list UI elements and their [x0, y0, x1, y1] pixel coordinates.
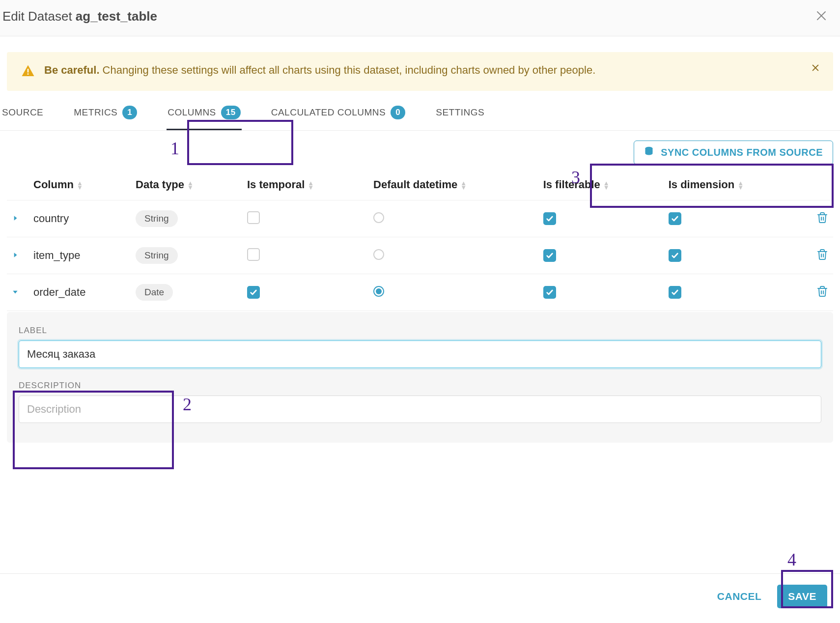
data-type-pill: String [136, 210, 178, 227]
column-detail-panel: LABEL DESCRIPTION [7, 312, 833, 443]
data-type-pill: String [136, 247, 178, 264]
checkbox[interactable] [669, 249, 681, 262]
expand-toggle[interactable] [12, 287, 21, 298]
tab-label: SOURCE [2, 107, 43, 118]
sort-icon: ▲▼ [460, 181, 467, 190]
sync-row: SYNC COLUMNS FROM SOURCE [0, 131, 840, 170]
svg-marker-9 [13, 290, 17, 293]
tab-source[interactable]: SOURCE [1, 103, 44, 129]
cancel-button[interactable]: CANCEL [714, 585, 765, 608]
columns-count-badge: 15 [221, 106, 241, 119]
radio[interactable] [373, 286, 384, 297]
tab-label: CALCULATED COLUMNS [271, 107, 386, 118]
column-name: country [33, 212, 69, 225]
database-icon [644, 146, 654, 159]
th-is-dimension[interactable]: Is dimension▲▼ [664, 170, 804, 200]
th-is-temporal[interactable]: Is temporal▲▼ [242, 170, 368, 200]
table-row: item_typeString [7, 237, 833, 274]
expand-toggle[interactable] [12, 251, 21, 261]
table-row: order_dateDate [7, 274, 833, 311]
expand-toggle[interactable] [12, 214, 21, 224]
radio[interactable] [373, 249, 384, 260]
warning-banner: Be careful. Changing these settings will… [7, 52, 833, 91]
metrics-count-badge: 1 [122, 106, 137, 119]
annotation-number-4: 4 [787, 549, 796, 570]
checkbox[interactable] [543, 249, 556, 262]
table-row: countryString [7, 200, 833, 237]
tab-label: METRICS [74, 107, 117, 118]
radio[interactable] [373, 212, 384, 223]
checkbox[interactable] [543, 286, 556, 299]
sort-icon: ▲▼ [737, 181, 744, 190]
tab-label: COLUMNS [168, 107, 216, 118]
columns-table: Column▲▼ Data type▲▼ Is temporal▲▼ Defau… [0, 170, 840, 311]
sort-icon: ▲▼ [187, 181, 194, 190]
close-icon[interactable] [815, 9, 827, 24]
delete-icon[interactable] [816, 289, 828, 299]
tab-columns[interactable]: COLUMNS 15 [167, 102, 241, 130]
th-column[interactable]: Column▲▼ [28, 170, 131, 200]
sort-icon: ▲▼ [603, 181, 610, 190]
warning-bold: Be careful. [44, 64, 100, 76]
th-default-datetime[interactable]: Default datetime▲▼ [368, 170, 538, 200]
checkbox[interactable] [247, 248, 260, 261]
svg-rect-2 [28, 69, 29, 73]
th-data-type[interactable]: Data type▲▼ [131, 170, 242, 200]
warning-text: Be careful. Changing these settings will… [44, 62, 793, 79]
dataset-name: ag_test_table [76, 9, 157, 24]
checkbox[interactable] [543, 212, 556, 225]
description-input[interactable] [19, 396, 821, 423]
svg-rect-3 [28, 73, 29, 75]
label-heading: LABEL [19, 326, 821, 336]
checkbox[interactable] [247, 286, 260, 299]
checkbox[interactable] [669, 212, 681, 225]
tab-calculated-columns[interactable]: CALCULATED COLUMNS 0 [270, 102, 407, 130]
label-input[interactable] [19, 340, 821, 368]
title-prefix: Edit Dataset [2, 9, 76, 24]
warning-close-icon[interactable] [812, 62, 819, 75]
warning-icon [21, 64, 35, 81]
description-heading: DESCRIPTION [19, 381, 821, 391]
column-name: order_date [33, 286, 85, 298]
sync-button-label: SYNC COLUMNS FROM SOURCE [661, 147, 823, 158]
column-name: item_type [33, 249, 80, 261]
data-type-pill: Date [136, 284, 173, 301]
modal-header: Edit Dataset ag_test_table [0, 0, 840, 36]
checkbox[interactable] [669, 286, 681, 299]
tab-settings[interactable]: SETTINGS [435, 103, 485, 129]
th-is-filterable[interactable]: Is filterable▲▼ [538, 170, 664, 200]
tabs: SOURCE METRICS 1 COLUMNS 15 CALCULATED C… [0, 91, 840, 131]
svg-marker-8 [14, 253, 17, 257]
delete-icon[interactable] [816, 216, 828, 226]
sort-icon: ▲▼ [308, 181, 314, 190]
checkbox[interactable] [247, 211, 260, 224]
warning-rest: Changing these settings will affect all … [100, 64, 596, 76]
calculated-count-badge: 0 [391, 106, 405, 119]
svg-marker-7 [14, 216, 17, 220]
tab-metrics[interactable]: METRICS 1 [73, 102, 138, 130]
modal-title: Edit Dataset ag_test_table [2, 9, 157, 24]
sort-icon: ▲▼ [77, 181, 83, 190]
tab-label: SETTINGS [436, 107, 484, 118]
sync-columns-button[interactable]: SYNC COLUMNS FROM SOURCE [634, 141, 833, 165]
save-button[interactable]: SAVE [777, 585, 827, 608]
modal-footer: CANCEL SAVE [0, 573, 840, 623]
delete-icon[interactable] [816, 253, 828, 262]
